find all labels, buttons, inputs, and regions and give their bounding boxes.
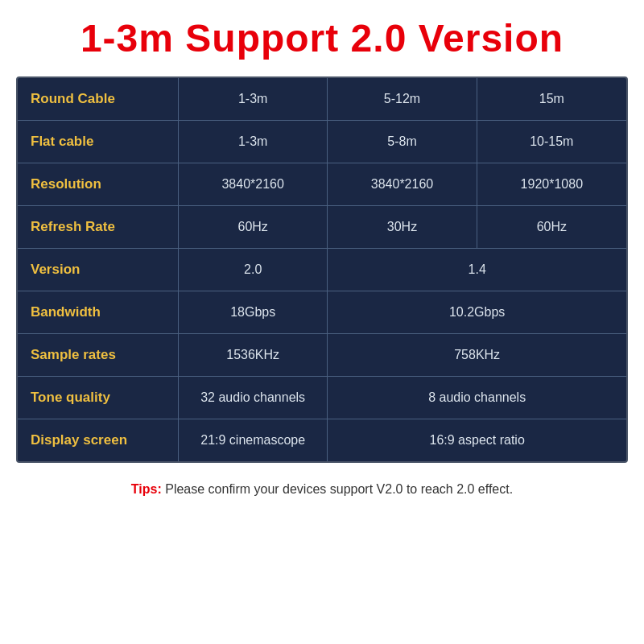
table-row: Tone quality 32 audio channels 8 audio c… — [18, 377, 626, 419]
row-col1-3: 60Hz — [179, 206, 328, 248]
row-col1-8: 21:9 cinemascope — [179, 419, 328, 461]
row-label-1: Flat cable — [18, 121, 179, 163]
table-row: Refresh Rate 60Hz 30Hz 60Hz — [18, 206, 626, 249]
table-row: Version 2.0 1.4 — [18, 249, 626, 291]
row-col3-2: 1920*1080 — [477, 163, 626, 205]
table-row: Bandwidth 18Gbps 10.2Gbps — [18, 291, 626, 334]
row-label-2: Resolution — [18, 163, 179, 205]
spec-table: Round Cable 1-3m 5-12m 15m Flat cable 1-… — [16, 76, 628, 463]
row-label-5: Bandwidth — [18, 291, 179, 333]
tips-text: Please confirm your devices support V2.0… — [165, 482, 513, 496]
row-col1-0: 1-3m — [179, 78, 328, 120]
table-row: Sample rates 1536KHz 758KHz — [18, 334, 626, 377]
row-col1-4: 2.0 — [179, 249, 328, 291]
row-col1-5: 18Gbps — [179, 291, 328, 333]
row-label-0: Round Cable — [18, 78, 179, 120]
row-col3-1: 10-15m — [477, 121, 626, 163]
row-label-7: Tone quality — [18, 377, 179, 419]
row-col2-6: 758KHz — [328, 334, 626, 376]
row-col1-6: 1536KHz — [179, 334, 328, 376]
row-col2-5: 10.2Gbps — [328, 291, 626, 333]
table-row: Resolution 3840*2160 3840*2160 1920*1080 — [18, 163, 626, 206]
row-col2-7: 8 audio channels — [328, 377, 626, 419]
row-col1-2: 3840*2160 — [179, 163, 328, 205]
row-col2-3: 30Hz — [328, 206, 477, 248]
tips-label: Tips: — [131, 482, 162, 496]
row-col1-7: 32 audio channels — [179, 377, 328, 419]
row-label-4: Version — [18, 249, 179, 291]
row-col1-1: 1-3m — [179, 121, 328, 163]
table-row: Round Cable 1-3m 5-12m 15m — [18, 78, 626, 121]
row-label-6: Sample rates — [18, 334, 179, 376]
row-label-8: Display screen — [18, 419, 179, 461]
row-label-3: Refresh Rate — [18, 206, 179, 248]
row-col3-0: 15m — [477, 78, 626, 120]
table-row: Flat cable 1-3m 5-8m 10-15m — [18, 121, 626, 163]
row-col2-0: 5-12m — [328, 78, 477, 120]
row-col2-4: 1.4 — [328, 249, 626, 291]
row-col2-2: 3840*2160 — [328, 163, 477, 205]
table-row: Display screen 21:9 cinemascope 16:9 asp… — [18, 419, 626, 461]
row-col2-8: 16:9 aspect ratio — [328, 419, 626, 461]
row-col3-3: 60Hz — [477, 206, 626, 248]
tips-section: Tips: Please confirm your devices suppor… — [131, 482, 513, 497]
main-title: 1-3m Support 2.0 Version — [80, 16, 564, 60]
row-col2-1: 5-8m — [328, 121, 477, 163]
